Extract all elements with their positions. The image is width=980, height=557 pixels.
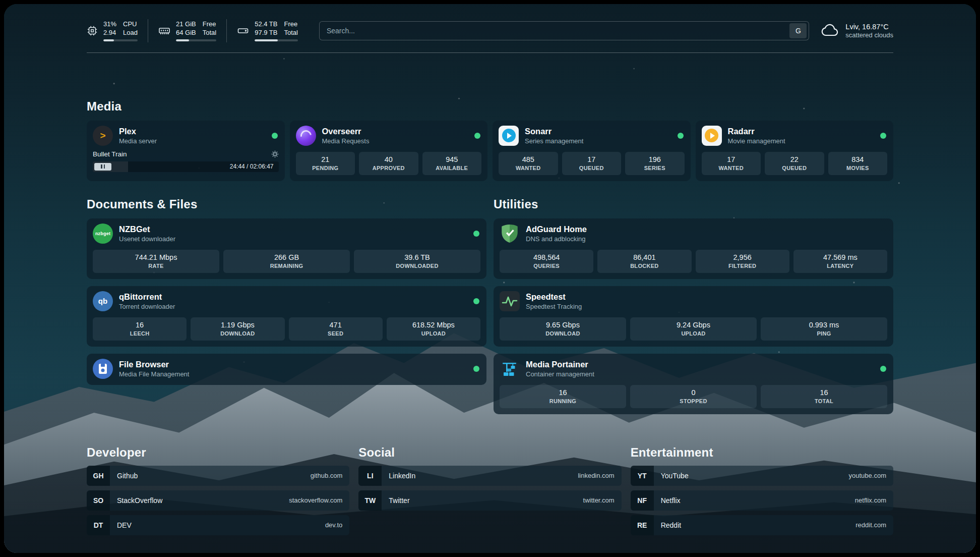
search-bar[interactable]: G	[319, 21, 809, 40]
disk-readout: 52.4 TB Free 97.9 TB Total	[255, 20, 298, 41]
bookmark-linkedin[interactable]: LI LinkedIn linkedin.com	[358, 466, 621, 486]
hard-drive-icon	[237, 25, 249, 36]
stat-download: 1.19 Gbps DOWNLOAD	[191, 317, 284, 341]
service-card-sonarr[interactable]: Sonarr Series management 485 WANTED 17 Q…	[493, 121, 691, 181]
service-card-qbittorrent[interactable]: qb qBittorrent Torrent downloader 16 LEE…	[87, 286, 486, 347]
service-titles: Speedtest Speedtest Tracking	[526, 292, 887, 310]
dashboard-content: 31% CPU 2.94 Load 21	[4, 4, 976, 553]
cloud-icon	[820, 23, 839, 39]
bookmark-github[interactable]: GH Github github.com	[87, 466, 349, 486]
stats-row: 16 LEECH 1.19 Gbps DOWNLOAD 471 SEED 6	[93, 317, 480, 341]
service-card-speedtest[interactable]: Speedtest Speedtest Tracking 9.65 Gbps D…	[494, 286, 893, 347]
service-titles: qBittorrent Torrent downloader	[119, 292, 467, 310]
stat-label: DOWNLOADED	[356, 263, 478, 269]
bookmark-url: dev.to	[325, 521, 349, 529]
pause-icon[interactable]	[94, 163, 111, 171]
playback-progress-bar[interactable]: 24:44 / 02:06:47	[93, 161, 279, 172]
service-name: AdGuard Home	[526, 225, 887, 234]
bookmark-twitter[interactable]: TW Twitter twitter.com	[358, 490, 621, 511]
memory-total: 64 GiB	[176, 29, 196, 37]
cpu-usage-bar	[103, 39, 138, 41]
qbittorrent-icon: qb	[93, 291, 113, 311]
bookmark-reddit[interactable]: RE Reddit reddit.com	[631, 515, 893, 535]
weather-widget: Lviv, 16.87°C scattered clouds	[820, 23, 893, 39]
status-online-dot	[272, 133, 278, 139]
bookmark-netflix[interactable]: NF Netflix netflix.com	[631, 490, 893, 511]
stat-filtered: 2,956 FILTERED	[696, 250, 789, 273]
service-titles: AdGuard Home DNS and adblocking	[526, 225, 887, 243]
bookmark-dev[interactable]: DT DEV dev.to	[87, 515, 349, 535]
stat-label: APPROVED	[361, 165, 416, 171]
section-utilities: Utilities	[494, 197, 893, 421]
bookmark-youtube[interactable]: YT YouTube youtube.com	[631, 466, 893, 486]
stat-label: PENDING	[298, 165, 353, 171]
stat-label: QUEUED	[564, 165, 620, 171]
stat-label: SEED	[291, 330, 381, 337]
status-online-dot	[473, 231, 479, 237]
bookmark-group-social: Social LI LinkedIn linkedin.com TW Twitt…	[358, 445, 621, 540]
stats-row: 16 RUNNING 0 STOPPED 16 TOTAL	[500, 385, 887, 408]
service-card-overseerr[interactable]: Overseerr Media Requests 21 PENDING 40 A…	[290, 121, 488, 181]
stat-remaining: 266 GB REMAINING	[223, 250, 350, 273]
bookmark-abbr: SO	[87, 490, 110, 511]
service-titles: Radarr Movie management	[728, 127, 875, 145]
service-subtitle: Media server	[119, 137, 266, 145]
section-title-entertainment: Entertainment	[631, 445, 893, 460]
disk-free: 52.4 TB	[255, 20, 277, 29]
stat-value: 9.24 Gbps	[632, 321, 755, 329]
stat-label: QUERIES	[502, 263, 591, 269]
bookmark-stackoverflow[interactable]: SO StackOverflow stackoverflow.com	[87, 490, 349, 511]
bookmark-url: reddit.com	[855, 521, 893, 529]
middle-columns: Documents & Files nzbget NZBGet Usenet d…	[87, 197, 893, 421]
stat-seed: 471 SEED	[289, 317, 383, 341]
gear-icon[interactable]	[271, 150, 279, 158]
bookmark-abbr: YT	[631, 466, 654, 486]
bookmark-name: DEV	[110, 521, 325, 529]
stat-label: AVAILABLE	[424, 165, 480, 171]
stat-label: WANTED	[501, 165, 556, 171]
stat-value: 945	[424, 155, 480, 163]
stat-label: TOTAL	[763, 398, 885, 404]
stat-latency: 47.569 ms LATENCY	[793, 250, 887, 273]
section-media: Media > Plex Media server Bullet Tr	[87, 99, 893, 181]
section-title-developer: Developer	[87, 445, 349, 460]
stat-label: FILTERED	[698, 263, 787, 269]
stats-row: 17 WANTED 22 QUEUED 834 MOVIES	[702, 152, 888, 175]
section-title-media: Media	[87, 99, 893, 114]
adguard-shield-icon	[500, 224, 520, 244]
stat-label: PING	[763, 330, 885, 337]
stats-row: 498,564 QUERIES 86,401 BLOCKED 2,956 FIL…	[500, 250, 887, 273]
service-card-radarr[interactable]: Radarr Movie management 17 WANTED 22 QUE…	[696, 121, 894, 181]
dashboard-screen: 31% CPU 2.94 Load 21	[4, 4, 976, 553]
cpu-label: CPU	[123, 20, 138, 29]
service-subtitle: Container management	[526, 370, 874, 378]
stat-value: 618.52 Mbps	[389, 321, 478, 329]
search-input[interactable]	[327, 27, 789, 35]
memory-usage-bar	[176, 39, 216, 41]
stat-value: 22	[767, 155, 822, 163]
stat-value: 0.993 ms	[763, 321, 885, 329]
bookmark-abbr: DT	[87, 515, 110, 535]
service-name: File Browser	[119, 360, 467, 369]
service-name: NZBGet	[119, 225, 467, 234]
service-card-adguard[interactable]: AdGuard Home DNS and adblocking 498,564 …	[494, 218, 893, 279]
stat-pending: 21 PENDING	[296, 152, 355, 175]
service-card-plex[interactable]: > Plex Media server Bullet Train	[87, 121, 285, 181]
memory-readout: 21 GiB Free 64 GiB Total	[176, 20, 216, 41]
nzbget-icon: nzbget	[93, 224, 113, 244]
search-provider-button[interactable]: G	[789, 23, 807, 38]
stats-row: 744.21 Mbps RATE 266 GB REMAINING 39.6 T…	[93, 250, 480, 273]
radarr-icon	[702, 126, 722, 146]
service-card-portainer[interactable]: Media Portainer Container management 16 …	[494, 354, 893, 414]
cpu-load-label: Load	[123, 29, 138, 37]
bookmark-url: stackoverflow.com	[289, 496, 349, 504]
stat-value: 21	[298, 155, 353, 163]
stat-value: 86,401	[599, 253, 689, 261]
service-card-nzbget[interactable]: nzbget NZBGet Usenet downloader 744.21 M…	[87, 218, 486, 279]
stat-value: 485	[501, 155, 556, 163]
stat-label: RATE	[95, 263, 217, 269]
pause-bar	[104, 164, 105, 169]
service-card-filebrowser[interactable]: File Browser Media File Management	[87, 354, 486, 385]
stat-value: 16	[95, 321, 185, 329]
service-subtitle: Media File Management	[119, 370, 467, 378]
